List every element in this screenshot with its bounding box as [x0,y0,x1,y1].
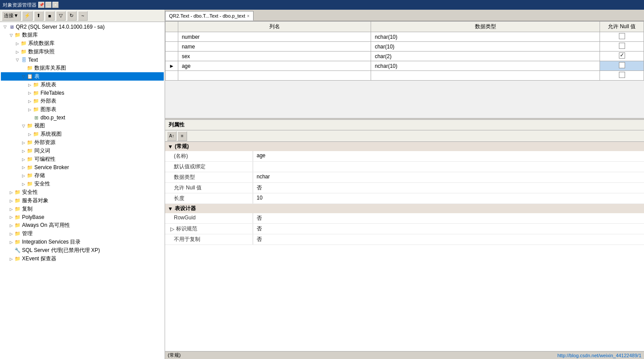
table-row[interactable]: number nchar(10) [166,32,644,42]
expand-synonyms[interactable]: ▷ [20,148,26,154]
expand-integration[interactable]: ▷ [8,239,14,245]
expand-programmability[interactable]: ▷ [20,156,26,163]
col-type-2[interactable]: char(2) [371,52,600,61]
tree-item-sql-agent[interactable]: ▷ 🔧 SQL Server 代理(已禁用代理 XP) [1,246,164,255]
col-null-0[interactable] [600,32,644,42]
expand-sys-views[interactable]: ▷ [26,131,33,137]
refresh-button[interactable]: ↻ [67,11,77,21]
prop-value-name[interactable]: age [253,151,644,161]
expand-security-db[interactable]: ▷ [20,181,26,187]
tree-item-snapshots[interactable]: ▷ 📁 数据库快照 [1,48,164,56]
tree-item-text-db[interactable]: ▽ 🗄 Text [1,56,164,64]
expand-management[interactable]: ▷ [8,231,14,237]
col-type-3[interactable]: nchar(10) [371,61,600,71]
expand-graph-tables[interactable]: ▷ [26,107,33,113]
expand-storage[interactable]: ▷ [20,173,26,179]
tree-item-replication[interactable]: ▷ 📁 复制 [1,205,164,213]
main-tab[interactable]: QR2.Text - dbo.T...Text - dbo.p_text × [165,11,254,21]
col-name-2[interactable]: sex [178,52,371,61]
expand-tables[interactable]: ▽ [20,74,26,80]
col-null-3[interactable] [600,61,644,71]
expand-replication[interactable]: ▷ [8,206,14,212]
null-checkbox-1[interactable] [619,43,625,49]
activity-button[interactable]: ~ [78,11,88,21]
tree-item-server[interactable]: ▽ 🖥 QR2 (SQL Server 14.0.1000.169 - sa) [1,23,164,31]
col-type-0[interactable]: nchar(10) [371,32,600,42]
table-row-active[interactable]: ► age nchar(10) [166,61,644,71]
expand-text-db[interactable]: ▽ [14,57,20,63]
col-type-1[interactable]: char(10) [371,42,600,52]
expand-always-on[interactable]: ▷ [8,222,14,229]
close-button[interactable]: × [52,2,59,8]
expand-ext-resources[interactable]: ▷ [20,140,26,146]
prop-value-not-for-rep[interactable]: 否 [253,234,644,244]
expand-snapshots[interactable]: ▷ [14,49,20,55]
prop-value-rowguid[interactable]: 否 [253,213,644,223]
null-checkbox-3[interactable] [619,62,625,68]
filter-icon-button[interactable]: ▽ [56,11,66,21]
expand-file-tables[interactable]: ▷ [26,90,33,96]
tree-item-server-objects[interactable]: ▷ 📁 服务器对象 [1,196,164,205]
expand-views[interactable]: ▽ [20,123,26,129]
tree-item-synonyms[interactable]: ▷ 📁 同义词 [1,147,164,155]
tree-item-databases[interactable]: ▽ 📁 数据库 [1,31,164,39]
expand-polybase[interactable]: ▷ [8,214,14,220]
tree-item-storage[interactable]: ▷ 📁 存储 [1,171,164,180]
props-category-button[interactable]: ≡ [177,131,187,141]
expand-sys-db[interactable]: ▷ [14,41,20,47]
col-null-1[interactable] [600,42,644,52]
tree-item-ext-tables[interactable]: ▷ 📁 外部表 [1,97,164,105]
col-name-1[interactable]: name [178,42,371,52]
tree-item-graph-tables[interactable]: ▷ 📁 图形表 [1,105,164,114]
col-name-0[interactable]: number [178,32,371,42]
tree-item-views[interactable]: ▽ 📁 视图 [1,122,164,130]
table-row[interactable]: sex char(2) [166,52,644,61]
tab-close-button[interactable]: × [247,14,250,19]
tree-item-service-broker[interactable]: ▷ 📁 Service Broker [1,163,164,171]
expand-xevent[interactable]: ▷ [8,256,14,262]
tree-item-sys-tables[interactable]: ▷ 📁 系统表 [1,81,164,89]
tree-item-ext-resources[interactable]: ▷ 📁 外部资源 [1,138,164,147]
tree-item-management[interactable]: ▷ 📁 管理 [1,229,164,238]
col-name-3[interactable]: age [178,61,371,71]
filter-up-button[interactable]: ⬆ [34,11,44,21]
props-az-sort-button[interactable]: A↑ [167,131,177,141]
tree-item-p-text[interactable]: ▷ ⊞ dbo.p_text [1,114,164,122]
tree-item-xevent[interactable]: ▷ 📁 XEvent 探查器 [1,255,164,263]
expand-service-broker[interactable]: ▷ [20,164,26,170]
tree-item-sys-views[interactable]: ▷ 📁 系统视图 [1,130,164,138]
tree-item-security-server[interactable]: ▷ 📁 安全性 [1,188,164,196]
table-row-empty[interactable] [166,71,644,81]
prop-value-default[interactable] [253,162,644,172]
prop-value-length[interactable]: 10 [253,193,644,204]
section-general[interactable]: ▼ (常规) [165,142,644,151]
tree-item-always-on[interactable]: ▷ 📁 Always On 高可用性 [1,221,164,229]
null-checkbox-2[interactable] [619,52,625,59]
expand-sys-tables[interactable]: ▷ [26,82,33,88]
col-name-4[interactable] [178,71,371,81]
tree-item-security-db[interactable]: ▷ 📁 安全性 [1,180,164,188]
table-row[interactable]: name char(10) [166,42,644,52]
prop-value-identity[interactable]: 否 [253,224,644,234]
tree-item-programmability[interactable]: ▷ 📁 可编程性 [1,155,164,163]
object-explorer-tree[interactable]: ▽ 🖥 QR2 (SQL Server 14.0.1000.169 - sa) … [0,22,165,359]
expand-databases[interactable]: ▽ [8,32,14,38]
connect-button[interactable]: 连接▼ [2,11,21,21]
tree-item-diagrams[interactable]: ▷ 📁 数据库关系图 [1,64,164,72]
minimize-button[interactable]: _ [45,2,52,8]
tree-item-tables[interactable]: ▽ 📋 表 [1,72,164,81]
prop-value-datatype[interactable]: nchar [253,172,644,182]
tree-item-integration[interactable]: ▷ 📁 Integration Services 目录 [1,238,164,246]
expand-ext-tables[interactable]: ▷ [26,98,33,104]
null-checkbox-4[interactable] [619,72,625,78]
filter-button[interactable]: ⚡ [22,11,33,21]
col-type-4[interactable] [371,71,600,81]
tree-item-sys-db[interactable]: ▷ 📁 系统数据库 [1,39,164,48]
null-checkbox-0[interactable] [619,33,625,39]
col-null-2[interactable] [600,52,644,61]
stop-button[interactable]: ■ [45,11,55,21]
pin-button[interactable]: 📌 [38,2,44,8]
section-designer[interactable]: ▼ 表设计器 [165,204,644,213]
prop-value-nullable[interactable]: 否 [253,183,644,193]
expand-server-objects[interactable]: ▷ [8,198,14,204]
